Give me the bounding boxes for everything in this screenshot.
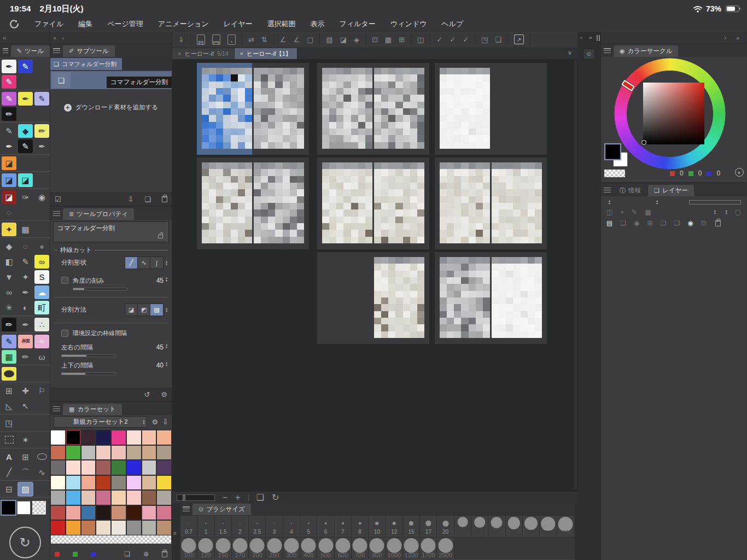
tool-pen-plain[interactable]: ✎ [2,124,16,138]
menu-item-9[interactable]: ヘルプ [441,19,463,29]
tool-curve-tool[interactable]: ⌒ [18,465,33,479]
page-spread-6[interactable] [317,252,429,344]
brush-size-150[interactable]: 150 [215,538,232,559]
brush-size-8[interactable]: 8 [352,516,369,537]
page-thumbnail[interactable] [492,162,542,243]
brush-size-12[interactable]: 12 [386,516,403,537]
swatch-3-7[interactable] [156,475,172,491]
delete-color-icon[interactable] [162,551,167,557]
download-material-link[interactable]: + ダウンロード素材を追加する [50,103,172,112]
divide-method-2[interactable]: ▨ [150,304,163,316]
brush-size-600[interactable]: 600 [335,538,352,559]
page-thumbnail[interactable] [254,68,304,149]
layer-action-icon-1[interactable]: ❏ [620,219,626,227]
swatch-6-0[interactable] [50,520,66,535]
brush-size-4[interactable]: 4 [283,516,300,537]
vector-line-icon[interactable]: ∠ [293,36,300,44]
brush-size-1200[interactable]: 1200 [403,538,420,559]
page-spread-3[interactable] [197,158,309,249]
layer-action-icon-4[interactable]: ❏ [661,219,667,227]
tool-magic-wand[interactable]: ✶ [18,433,33,447]
angle-step-slider[interactable] [73,288,127,290]
tool-eraser-dark[interactable]: ◪ [2,190,16,204]
transparent-color[interactable] [32,501,46,515]
blue-indicator[interactable] [91,552,96,557]
tool-texture-brush[interactable]: ∴ [34,318,49,331]
right-chevron-icon[interactable]: › [724,34,726,41]
swatch-1-6[interactable] [142,445,157,460]
tool-brush-periwinkle[interactable]: ✎ [2,335,16,348]
page-spread-0[interactable] [197,63,309,155]
env-gap-checkbox[interactable] [61,330,68,337]
swatch-2-1[interactable] [66,460,81,475]
page-thumbnail[interactable] [322,162,372,243]
transparent-color-swatch[interactable] [604,170,625,177]
tool-grass-brush[interactable]: ω [34,350,49,364]
page-thumbnail[interactable] [374,68,424,149]
layer-stepper-1[interactable]: ▴▾ [714,209,716,215]
page-thumbnail[interactable] [440,162,490,243]
tool-object-select[interactable]: ↖ [18,399,33,413]
brush-size-200[interactable]: 200 [249,538,266,559]
edit-colorset-wrench-icon[interactable]: ⚙ [151,418,158,426]
subtool-item-frame-folder-divide[interactable]: ❏ コマフォルダー分割 [50,71,172,89]
export-png-icon[interactable]: png [212,34,220,45]
import-subtool-icon[interactable]: ⇩ [127,195,133,203]
brush-size-10[interactable]: 10 [369,516,386,537]
swatch-3-3[interactable] [96,475,111,491]
brush-size-2000[interactable]: 2000 [437,538,454,559]
brush-size-80[interactable]: 80 [557,516,574,537]
canvas-tab-0[interactable]: ×ヒーロー-if5/14 [172,48,235,59]
tool-frame-tool[interactable]: ⊟ [2,482,16,496]
fit-screen-icon[interactable]: ❏ [256,492,264,503]
brush-size-2[interactable]: 2 [232,516,249,537]
layer-toggle-icon-3[interactable]: ▦ [645,208,651,216]
tool-text-tool[interactable]: A [2,450,16,464]
tab-list-chevron-icon[interactable]: ∨ [568,49,572,56]
tab-brush-size[interactable]: ⊙ ブラシサイズ [192,504,251,515]
angle-step-value[interactable]: 45 [156,277,164,284]
rotate-canvas-button[interactable]: ↻ [9,527,41,558]
swatch-5-0[interactable] [50,505,66,521]
tool-stamp[interactable]: ▼ [2,270,16,284]
zoom-in-button[interactable]: + [235,493,240,503]
swatch-2-0[interactable] [50,460,66,475]
brush-size-1.5[interactable]: 1.5 [215,516,232,537]
toolprop-menu-icon[interactable] [53,211,60,216]
tool-decoration-net[interactable]: ▦ [18,223,33,236]
menu-item-5[interactable]: 選択範囲 [267,19,296,29]
tool-ruler[interactable]: ◺ [2,399,16,413]
brush-size-70[interactable]: 70 [540,516,557,537]
tool-marker-3[interactable]: ✏ [18,350,33,364]
add-color-icon[interactable]: ⊕ [143,550,149,558]
menu-item-3[interactable]: アニメーション [158,19,209,29]
3d-object-icon[interactable]: ◳ [481,36,488,44]
swatch-2-6[interactable] [142,460,157,475]
brush-panel-menu-icon[interactable] [183,506,190,511]
menu-item-1[interactable]: 編集 [78,19,92,29]
brush-size-3[interactable]: 3 [266,516,283,537]
subtool-menu-icon[interactable] [53,48,60,53]
vertical-gap-slider[interactable] [61,372,116,375]
tool-move-tool[interactable]: ✚ [18,384,33,398]
tool-blend-tool[interactable]: ◉ [34,190,49,204]
swatch-5-2[interactable] [81,505,96,521]
tone-panel-icon[interactable]: ▩ [385,36,392,44]
tab-layers[interactable]: ❏ レイヤー [648,185,694,196]
tool-blur-broom[interactable]: ⚐ [34,384,49,398]
layers-menu-icon[interactable] [604,188,611,192]
swatch-1-4[interactable] [111,445,126,460]
layer-action-icon-0[interactable]: ▤ [606,219,612,227]
unlock-icon[interactable] [158,235,163,238]
close-tab-icon[interactable]: × [178,50,181,57]
swatch-6-2[interactable] [81,520,96,535]
menu-item-6[interactable]: 表示 [311,19,325,29]
brush-size-400[interactable]: 400 [300,538,317,559]
menu-item-2[interactable]: ページ管理 [107,19,143,29]
tab-subtool[interactable]: ✐ サブツール [63,45,115,57]
collapse-left2-icon[interactable]: « [53,34,56,41]
horizontal-gap-value[interactable]: 45 [156,343,164,351]
swatch-5-4[interactable] [111,505,126,521]
sv-cursor[interactable] [641,140,646,145]
colorset-menu-icon[interactable] [53,406,60,411]
